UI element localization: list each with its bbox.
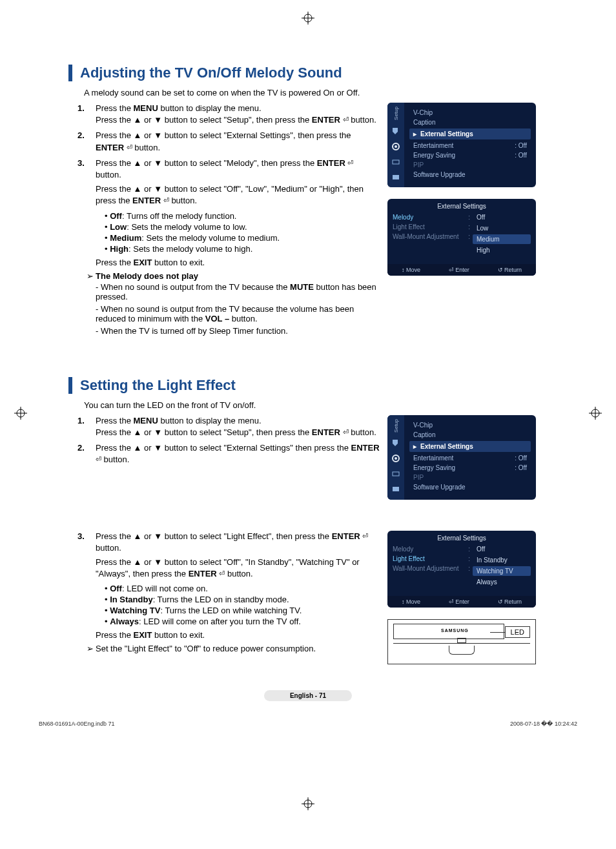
bullet-item: High: Sets the melody volume to high. [105,244,380,254]
osd-panel-title: External Settings [387,531,536,544]
osd-item: Caption [409,118,531,127]
app-icon [391,485,400,494]
step-item: 1.Press the MENU button to display the m… [77,103,380,126]
osd-item: Entertainment: Off [409,453,531,463]
note-text: Set the "Light Effect" to "Off" to reduc… [96,644,316,653]
osd-setup-panel: Setup V-ChipCaption ▸External Settings E… [387,103,536,187]
gear-icon [391,454,400,463]
osd-footer-hint: ⏎ Enter [449,598,469,605]
note-item: - When the TV is turned off by Sleep Tim… [96,326,380,336]
led-callout: LED [505,626,530,638]
osd-left-item: Melody: [393,212,473,222]
exit-instruction: Press the EXIT button to exit. [96,630,380,640]
option-bullets: Off: LED will not come on.In Standby: Tu… [105,584,380,626]
bullet-item: Watching TV: Turns the LED on while watc… [105,606,380,615]
osd-highlight: ▸External Settings [409,128,531,139]
osd-external-panel: External Settings Melody:Light Effect:Wa… [387,531,536,608]
osd-left-item: Wall-Mount Adjustment: [393,564,473,573]
osd-footer-hint: ↺ Return [498,598,522,605]
svg-point-13 [395,145,397,148]
osd-option: Off [473,212,531,222]
osd-tab-label: Setup [393,419,399,433]
osd-item: Software Upgrade [409,170,531,179]
osd-option: Watching TV [473,566,531,576]
bullet-item: Off: LED will not come on. [105,584,380,593]
paint-icon [391,438,400,447]
section-title: Adjusting the TV On/Off Melody Sound [68,65,584,81]
osd-footer-hint: ⏎ Enter [449,267,469,273]
osd-highlight: ▸External Settings [409,441,531,452]
input-icon [391,469,400,478]
osd-panel-title: External Settings [387,199,536,212]
steps-list: 1.Press the MENU button to display the m… [77,103,380,207]
option-bullets: Off: Turns off the melody function.Low: … [105,211,380,254]
bullet-item: Always: LED will come on after you turn … [105,617,380,626]
osd-left-item: Light Effect: [393,554,473,564]
osd-left-item: Light Effect: [393,222,473,232]
osd-footer-hint: ↺ Return [498,267,522,273]
bullet-item: Medium: Sets the melody volume to medium… [105,233,380,243]
section-title: Setting the Light Effect [68,377,584,394]
osd-item: Entertainment: Off [409,141,531,150]
section-intro: A melody sound can be set to come on whe… [84,88,584,97]
osd-option: High [473,245,531,255]
osd-option: Medium [473,234,531,244]
file-name: BN68-01691A-00Eng.indb 71 [39,721,115,727]
registration-mark-icon [302,12,314,25]
note-item: - When no sound is output from the TV be… [96,304,380,323]
page-number: English - 71 [264,690,352,701]
osd-external-panel: External Settings Melody:Light Effect:Wa… [387,199,536,276]
step-item: 3.Press the ▲ or ▼ button to select "Lig… [77,531,380,580]
note-arrow-icon: ➢ [84,644,96,653]
bullet-item: Low: Sets the melody volume to low. [105,222,380,232]
svg-rect-14 [393,160,399,164]
osd-left-item: Melody: [393,544,473,554]
step-item: 1.Press the MENU button to display the m… [77,415,380,438]
exit-instruction: Press the EXIT button to exit. [96,258,380,267]
osd-left-item: Wall-Mount Adjustment: [393,232,473,241]
osd-footer-hint: ↕ Move [402,267,420,273]
registration-mark-icon [589,407,602,420]
svg-rect-19 [393,487,399,491]
osd-item: Energy Saving: Off [409,463,531,473]
registration-mark-icon [14,407,27,420]
file-timestamp: 2008-07-18 �� 10:24:42 [510,721,577,727]
registration-mark-icon [302,797,314,810]
osd-item: V-Chip [409,420,531,430]
steps-list: 1.Press the MENU button to display the m… [77,415,380,466]
gear-icon [391,142,400,151]
osd-item: PIP [409,473,531,482]
paint-icon [391,127,400,136]
bullet-item: In Standby: Turns the LED on in standby … [105,595,380,604]
osd-option: Low [473,223,531,233]
brand-label: SAMSUNG [441,628,469,633]
osd-item: Software Upgrade [409,482,531,492]
osd-option: Always [473,577,531,587]
osd-option: In Standby [473,555,531,565]
step-item: 2.Press the ▲ or ▼ button to select "Ext… [77,442,380,465]
osd-item: Caption [409,430,531,440]
led-diagram: SAMSUNG LED [387,619,536,664]
note-title: The Melody does not play [96,271,198,281]
osd-item: Energy Saving: Off [409,150,531,160]
app-icon [391,173,400,182]
note-arrow-icon: ➢ [84,271,96,281]
step-item: 3.Press the ▲ or ▼ button to select "Mel… [77,158,380,207]
osd-footer-hint: ↕ Move [402,598,420,605]
note-list: - When no sound is output from the TV be… [96,282,380,336]
steps-list: 3.Press the ▲ or ▼ button to select "Lig… [77,531,380,580]
note-item: - When no sound is output from the TV be… [96,282,380,302]
step-item: 2.Press the ▲ or ▼ button to select "Ext… [77,130,380,153]
svg-rect-18 [393,472,399,476]
osd-tab-label: Setup [393,107,399,120]
osd-item: PIP [409,160,531,170]
svg-point-17 [395,457,397,460]
osd-item: V-Chip [409,108,531,118]
section-intro: You can turn the LED on the front of TV … [84,400,584,410]
bullet-item: Off: Turns off the melody function. [105,211,380,221]
svg-rect-15 [393,175,399,179]
osd-option: Off [473,544,531,554]
osd-setup-panel: Setup V-ChipCaption ▸External Settings E… [387,415,536,500]
input-icon [391,158,400,167]
